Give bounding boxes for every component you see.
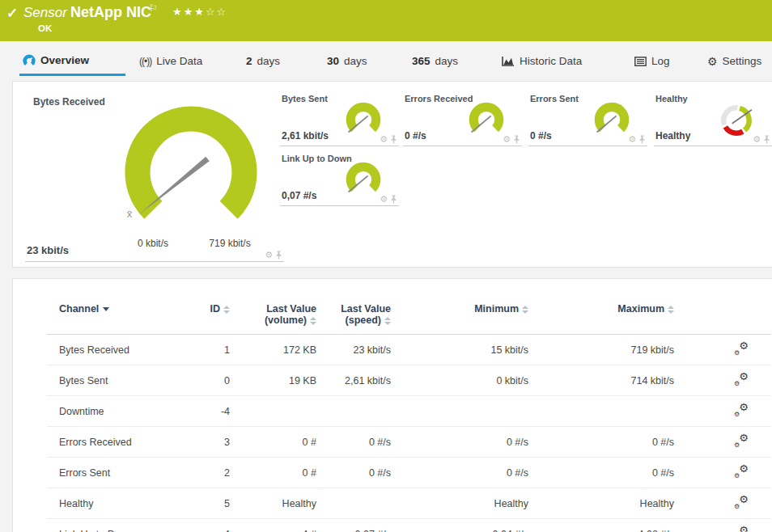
table-row: Downtime -4 ⚙⚙ — [47, 396, 771, 427]
tab-historic-data[interactable]: Historic Data — [498, 46, 585, 76]
channel-settings-gears-icon[interactable]: ⚙⚙ — [734, 496, 749, 509]
minimum-value: Healthy — [391, 488, 528, 519]
channel-id: 2 — [193, 458, 230, 488]
table-row: Errors Sent 2 0 # 0 #/s 0 #/s 0 #/s ⚙⚙ — [47, 458, 771, 488]
channel-id: 1 — [193, 335, 230, 365]
tab-2-days[interactable]: 2 days — [243, 46, 283, 76]
channel-settings-gears-icon[interactable]: ⚙⚙ — [734, 526, 749, 532]
pin-icon[interactable] — [638, 135, 646, 144]
last-value-volume: 4 # — [230, 519, 316, 532]
channel-name: Bytes Received — [47, 335, 193, 365]
gauge-value: Healthy — [655, 130, 690, 141]
tab-overview-label: Overview — [40, 54, 89, 66]
channel-settings-gears-icon[interactable]: ⚙⚙ — [734, 465, 749, 478]
channel-id: 5 — [193, 488, 230, 519]
gauge-value: 23 kbit/s — [27, 244, 69, 256]
column-header-id[interactable]: ID — [193, 300, 230, 335]
minimum-value: 0,04 #/s — [391, 519, 528, 532]
sort-icon — [223, 306, 230, 314]
area-chart-icon — [502, 56, 515, 66]
gear-icon: ⚙ — [707, 55, 718, 68]
channel-id: 3 — [193, 427, 230, 458]
tab-live-data-label: Live Data — [156, 55, 202, 67]
gauge-min-label: 0 kbit/s — [117, 238, 189, 249]
channel-id: 0 — [193, 365, 230, 396]
channel-name: Healthy — [47, 488, 193, 519]
pin-icon[interactable] — [390, 195, 397, 204]
tab-log[interactable]: Log — [631, 46, 673, 76]
maximum-value: 4,08 #/s — [528, 519, 674, 532]
gauge-link-up-to-down: Link Up to Down 0,07 #/s ⚙ — [280, 151, 399, 206]
priority-flag-icon: ⚐ — [149, 2, 158, 14]
column-header-last-value-speed[interactable]: Last Value (speed) — [316, 300, 391, 335]
gauge-settings-gear-icon[interactable]: ⚙ — [753, 134, 761, 145]
gauge-settings-gear-icon[interactable]: ⚙ — [503, 134, 511, 145]
gauge-settings-gear-icon[interactable]: ⚙ — [380, 134, 388, 145]
gauge-settings-gear-icon[interactable]: ⚙ — [265, 250, 273, 260]
gauge-settings-gear-icon[interactable]: ⚙ — [380, 194, 388, 205]
channel-name: Downtime — [47, 396, 193, 427]
bytes-received-gauge-dial: x̄ — [94, 99, 288, 245]
tab-bar: Overview ((•)) Live Data 2 days 30 days … — [0, 41, 772, 78]
log-list-icon — [634, 57, 647, 66]
tab-settings-label: Settings — [723, 55, 762, 67]
sensor-header: ✓ Sensor NetApp NIC ⚐ ★★★☆☆ OK — [0, 0, 772, 41]
gauge-max-label: 719 kbit/s — [193, 238, 266, 249]
tab-30-days-number: 30 — [327, 55, 339, 67]
last-value-speed: 0 #/s — [316, 458, 391, 488]
tab-settings[interactable]: ⚙ Settings — [704, 46, 765, 76]
gauge-title: Errors Sent — [530, 94, 579, 103]
table-row: Bytes Sent 0 19 KB 2,61 kbit/s 0 kbit/s … — [47, 365, 771, 396]
gauge-value: 2,61 kbit/s — [282, 130, 329, 141]
channel-settings-gears-icon[interactable]: ⚙⚙ — [734, 403, 749, 416]
gauge-settings-gear-icon[interactable]: ⚙ — [628, 134, 636, 145]
column-header-last-value-volume[interactable]: Last Value (volume) — [230, 300, 316, 335]
channel-settings-gears-icon[interactable]: ⚙⚙ — [734, 373, 749, 386]
gauge-value: 0,07 #/s — [282, 190, 316, 201]
gauge-bytes-received: Bytes Received x̄ 0 kbit/s 719 kbit/s 23… — [25, 91, 284, 262]
last-value-speed — [316, 396, 391, 427]
gauge-title: Healthy — [655, 94, 688, 103]
tab-365-days-label: days — [435, 55, 459, 67]
channel-name: Errors Received — [47, 427, 193, 458]
pin-icon[interactable] — [513, 135, 520, 144]
tab-live-data[interactable]: ((•)) Live Data — [136, 46, 206, 76]
gauge-icon — [23, 54, 36, 66]
channel-settings-gears-icon[interactable]: ⚙⚙ — [734, 434, 749, 447]
gauge-errors-sent: Errors Sent 0 #/s ⚙ — [528, 91, 647, 146]
last-value-volume: 172 KB — [230, 335, 316, 365]
tab-30-days[interactable]: 30 days — [324, 46, 371, 76]
last-value-speed: 0,07 #/s — [316, 519, 391, 532]
maximum-value: 0 #/s — [528, 458, 674, 488]
channel-name: Link Up to Down — [47, 519, 193, 532]
sensor-status-badge: OK — [38, 23, 52, 33]
gauges-panel: Bytes Received x̄ 0 kbit/s 719 kbit/s 23… — [12, 81, 772, 268]
tab-log-label: Log — [651, 55, 670, 67]
pin-icon[interactable] — [390, 135, 397, 144]
column-header-channel[interactable]: Channel — [47, 300, 193, 335]
gauge-value: 0 #/s — [405, 130, 426, 141]
tab-365-days-number: 365 — [412, 55, 431, 67]
sort-icon — [522, 306, 528, 314]
maximum-value: 719 kbit/s — [528, 335, 674, 365]
table-row: Healthy 5 Healthy Healthy Healthy ⚙⚙ — [47, 488, 771, 519]
last-value-volume: Healthy — [230, 488, 316, 519]
column-header-maximum[interactable]: Maximum — [528, 300, 674, 335]
priority-stars[interactable]: ★★★☆☆ — [172, 6, 227, 18]
pin-icon[interactable] — [275, 251, 282, 260]
sort-icon — [384, 317, 391, 325]
tab-365-days[interactable]: 365 days — [409, 46, 461, 76]
average-marker: x̄ — [127, 208, 133, 220]
gauge-bytes-sent: Bytes Sent 2,61 kbit/s ⚙ — [280, 91, 399, 146]
tab-overview[interactable]: Overview — [19, 46, 125, 76]
pin-icon[interactable] — [763, 135, 770, 144]
minimum-value — [391, 396, 528, 427]
minimum-value: 0 #/s — [391, 427, 528, 458]
tab-30-days-label: days — [344, 55, 367, 67]
tab-historic-data-label: Historic Data — [520, 55, 582, 67]
sort-icon — [310, 317, 316, 325]
column-header-minimum[interactable]: Minimum — [391, 300, 528, 335]
minimum-value: 0 #/s — [391, 458, 528, 488]
sort-desc-icon — [103, 307, 109, 311]
channel-settings-gears-icon[interactable]: ⚙⚙ — [734, 342, 749, 355]
